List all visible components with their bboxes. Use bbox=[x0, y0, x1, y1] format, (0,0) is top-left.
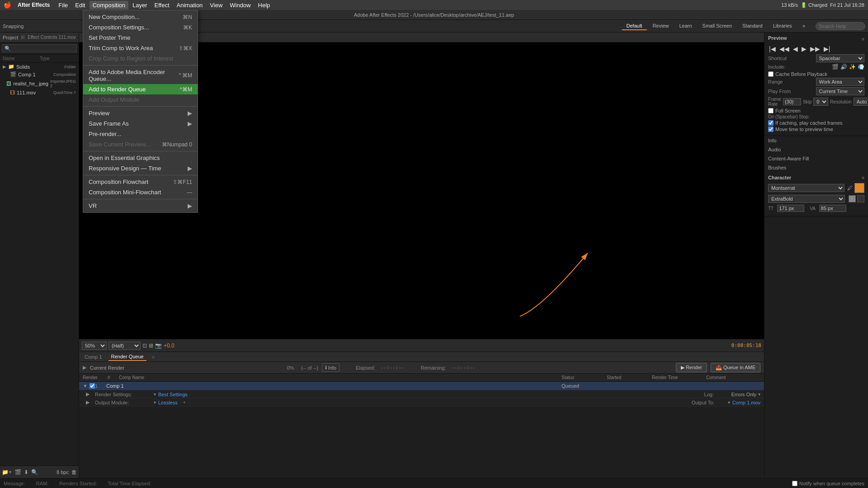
import-icon[interactable]: ⬇ bbox=[24, 469, 28, 475]
motionblur-include-icon[interactable]: 💨 bbox=[858, 64, 864, 70]
play-back-button[interactable]: ◀ bbox=[792, 45, 799, 52]
menu-composition-mini-flowchart[interactable]: Composition Mini-Flowchart — bbox=[83, 187, 198, 197]
menu-view[interactable]: View bbox=[207, 1, 226, 9]
menu-help[interactable]: Help bbox=[255, 1, 274, 9]
menu-composition-settings[interactable]: Composition Settings... ⌘K bbox=[83, 22, 198, 33]
swatch-2[interactable] bbox=[857, 195, 864, 202]
font-size-input[interactable] bbox=[777, 205, 804, 212]
shortcut-select[interactable]: Spacebar bbox=[816, 54, 865, 62]
effects-include-icon[interactable]: ✨ bbox=[849, 64, 856, 70]
output-module-dropdown-icon[interactable]: ▾ bbox=[154, 400, 158, 405]
resolution-select[interactable]: AutoFullHalf bbox=[854, 98, 868, 106]
log-dropdown-icon[interactable]: ▾ bbox=[758, 392, 760, 397]
play-from-select[interactable]: Current Time bbox=[816, 87, 865, 95]
video-include-icon[interactable]: 🎬 bbox=[832, 64, 839, 70]
output-to-dropdown-icon[interactable]: ▾ bbox=[728, 400, 732, 405]
timeline-tab-comp1[interactable]: Comp 1 bbox=[82, 353, 105, 361]
menu-composition-flowchart[interactable]: Composition Flowchart ⇧⌘F11 bbox=[83, 177, 198, 187]
grid-icon[interactable]: ⊞ bbox=[149, 343, 153, 349]
file-item-comp1[interactable]: 🎬 Comp 1 Composition bbox=[0, 70, 79, 78]
range-select[interactable]: Work Area Entire Duration bbox=[816, 78, 865, 86]
tab-review[interactable]: Review bbox=[647, 22, 674, 30]
cache-checkbox[interactable] bbox=[768, 71, 774, 77]
swatch-1[interactable] bbox=[849, 195, 856, 202]
current-render-expand[interactable]: ▶ bbox=[83, 365, 86, 371]
render-settings-value[interactable]: Best Settings bbox=[158, 392, 188, 397]
menu-layer[interactable]: Layer bbox=[129, 1, 151, 9]
file-item-solids[interactable]: ▶ 📁 Solids Folder bbox=[0, 63, 79, 70]
step-forward-button[interactable]: ▶▶ bbox=[809, 45, 821, 52]
cache-frames-checkbox[interactable] bbox=[768, 120, 774, 126]
tracking-input[interactable] bbox=[819, 205, 846, 212]
render-item-row-1[interactable]: ▼ 1 Comp 1 Queued bbox=[79, 382, 764, 390]
zoom-select[interactable]: 50% 100% 25% bbox=[82, 342, 107, 350]
preview-menu-icon[interactable]: ≡ bbox=[862, 37, 864, 42]
menu-set-poster-time[interactable]: Set Poster Time bbox=[83, 33, 198, 43]
rq-tab-menu-icon[interactable]: ≡ bbox=[152, 354, 155, 360]
menu-edit[interactable]: Edit bbox=[72, 1, 88, 9]
menu-composition[interactable]: Composition bbox=[90, 1, 128, 9]
play-forward-button[interactable]: ▶ bbox=[801, 45, 807, 52]
menu-pre-render[interactable]: Pre-render... bbox=[83, 129, 198, 139]
jump-start-button[interactable]: |◀ bbox=[768, 45, 777, 52]
menu-add-to-ame[interactable]: Add to Adobe Media Encoder Queue... ⌃⌘M bbox=[83, 67, 198, 84]
font-family-select[interactable]: Montserrat bbox=[768, 184, 844, 192]
menu-add-to-render-queue[interactable]: Add to Render Queue ^⌘M bbox=[83, 84, 198, 94]
menu-open-essential-graphics[interactable]: Open in Essential Graphics bbox=[83, 153, 198, 163]
output-module-value[interactable]: Lossless bbox=[158, 400, 178, 405]
tab-overflow[interactable]: » bbox=[797, 22, 810, 30]
menu-trim-comp[interactable]: Trim Comp to Work Area ⇧⌘X bbox=[83, 43, 198, 53]
menu-new-composition[interactable]: New Composition... ⌘N bbox=[83, 12, 198, 22]
apple-menu[interactable]: 🍎 bbox=[4, 1, 11, 9]
project-search-input[interactable] bbox=[2, 44, 77, 52]
step-back-button[interactable]: ◀◀ bbox=[778, 45, 790, 52]
tab-smallscreen[interactable]: Small Screen bbox=[698, 22, 737, 30]
fit-icon[interactable]: ⊡ bbox=[142, 343, 147, 349]
tab-default[interactable]: Default bbox=[622, 22, 647, 30]
menu-effect[interactable]: Effect bbox=[151, 1, 173, 9]
brushes-section-link[interactable]: Brushes bbox=[764, 163, 868, 172]
character-menu-icon[interactable]: ≡ bbox=[862, 175, 864, 180]
frame-rate-input[interactable] bbox=[783, 98, 801, 105]
expand-render-settings-icon[interactable]: ▶ bbox=[86, 391, 93, 397]
info-section-link[interactable]: Info bbox=[764, 136, 868, 145]
new-folder-icon[interactable]: 📁+ bbox=[2, 469, 12, 475]
file-item-jpeg[interactable]: 🖼 realist_he_.jpeg ImporterJPEG 2 bbox=[0, 78, 79, 89]
render-settings-dropdown-icon[interactable]: ▾ bbox=[154, 392, 158, 397]
menu-vr[interactable]: VR ▶ bbox=[83, 201, 198, 211]
tab-standard[interactable]: Standard bbox=[737, 22, 768, 30]
menu-preview[interactable]: Preview ▶ bbox=[83, 108, 198, 118]
tab-learn[interactable]: Learn bbox=[674, 22, 697, 30]
menu-file[interactable]: File bbox=[55, 1, 71, 9]
tab-libraries[interactable]: Libraries bbox=[768, 22, 797, 30]
font-color-swatch[interactable] bbox=[854, 183, 864, 193]
camera-icon[interactable]: 📷 bbox=[155, 343, 162, 349]
expand-item-icon[interactable]: ▼ bbox=[83, 383, 90, 389]
search-project-icon[interactable]: 🔍 bbox=[31, 469, 38, 475]
notify-checkbox[interactable] bbox=[792, 481, 797, 486]
file-item-mov[interactable]: 🎞 111.mov QuickTime 7 bbox=[0, 89, 79, 96]
queue-ame-button[interactable]: 📤 Queue in AME bbox=[711, 363, 760, 372]
content-aware-fill-link[interactable]: Content-Aware Fill bbox=[764, 154, 868, 163]
move-time-checkbox[interactable] bbox=[768, 127, 774, 132]
quality-select[interactable]: (Half) (Full) (Quarter) bbox=[108, 342, 141, 350]
jump-end-button[interactable]: ▶| bbox=[823, 45, 831, 52]
font-browse-icon[interactable]: 🖊 bbox=[847, 185, 853, 191]
output-file[interactable]: Comp 1.mov bbox=[732, 400, 760, 405]
audio-include-icon[interactable]: 🔊 bbox=[840, 64, 847, 70]
new-comp-icon[interactable]: 🎬 bbox=[14, 469, 21, 475]
delete-icon[interactable]: 🗑 bbox=[71, 469, 77, 475]
menu-window[interactable]: Window bbox=[226, 1, 254, 9]
audio-section-link[interactable]: Audio bbox=[764, 145, 868, 154]
full-screen-checkbox[interactable] bbox=[768, 108, 774, 113]
menu-responsive-design[interactable]: Responsive Design — Time ▶ bbox=[83, 163, 198, 174]
add-output-icon[interactable]: + bbox=[183, 400, 186, 405]
render-queue-tab[interactable]: Render Queue bbox=[108, 353, 146, 361]
menu-animation[interactable]: Animation bbox=[174, 1, 206, 9]
search-input[interactable] bbox=[816, 22, 865, 30]
font-style-select[interactable]: ExtraBold bbox=[768, 195, 845, 203]
menu-save-frame-as[interactable]: Save Frame As ▶ bbox=[83, 118, 198, 129]
expand-output-icon[interactable]: ▶ bbox=[86, 399, 93, 405]
skip-select[interactable]: 012 bbox=[813, 98, 828, 106]
info-button[interactable]: ℹ Info bbox=[322, 363, 340, 372]
